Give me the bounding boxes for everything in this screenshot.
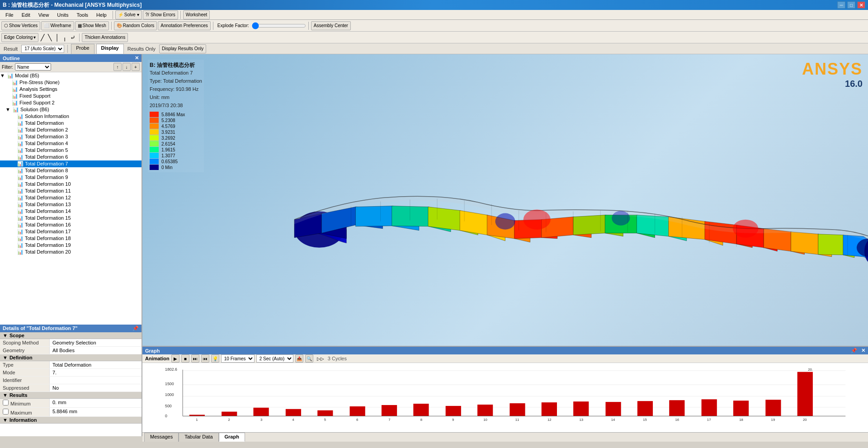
stop-button[interactable]: ■ xyxy=(181,354,189,363)
edge-coloring-button[interactable]: Edge Coloring ▾ xyxy=(1,33,38,42)
graph-title: Graph xyxy=(145,348,160,354)
tree-item-td20[interactable]: 📊Total Deformation 20 xyxy=(0,249,142,255)
tree-item-icon: 📊 xyxy=(17,141,24,146)
menu-view[interactable]: View xyxy=(35,11,53,19)
tree-item-fixed1[interactable]: 📊Fixed Support xyxy=(0,93,142,99)
display-results-only-button[interactable]: Display Results Only xyxy=(159,44,206,53)
show-errors-button[interactable]: ?/ Show Errors xyxy=(143,10,178,19)
tree-item-td16[interactable]: 📊Total Deformation 16 xyxy=(0,222,142,228)
svg-rect-80 xyxy=(573,401,589,416)
svg-text:20: 20 xyxy=(803,418,807,422)
window-controls[interactable]: ─ □ ✕ xyxy=(837,1,865,9)
separator xyxy=(180,11,181,19)
tree-item-label: Total Deformation 2 xyxy=(25,127,68,132)
menu-units[interactable]: Units xyxy=(53,11,72,19)
tree-item-td14[interactable]: 📊Total Deformation 14 xyxy=(0,208,142,215)
tree-item-td9[interactable]: 📊Total Deformation 9 xyxy=(0,174,142,181)
frame-step-btn[interactable]: ⏭ xyxy=(191,354,199,363)
tree-item-label: Total Deformation 17 xyxy=(25,229,71,234)
tree-item-td1[interactable]: 📊Total Deformation xyxy=(0,120,142,127)
tree-area: ▼ 📊Modal (B5)📊Pre-Stress (None)📊Analysis… xyxy=(0,72,142,325)
maximize-button[interactable]: □ xyxy=(847,1,855,9)
annotation-prefs-button[interactable]: Annotation Preferences xyxy=(158,21,211,30)
show-mesh-button[interactable]: ▦ Show Mesh xyxy=(75,21,109,30)
svg-text:15: 15 xyxy=(643,418,647,422)
tree-item-td17[interactable]: 📊Total Deformation 17 xyxy=(0,228,142,235)
tree-item-td2[interactable]: 📊Total Deformation 2 xyxy=(0,127,142,133)
tree-item-td8[interactable]: 📊Total Deformation 8 xyxy=(0,167,142,174)
explode-slider[interactable] xyxy=(252,23,306,28)
tabular-data-tab[interactable]: Tabular Data xyxy=(179,433,218,442)
close-button[interactable]: ✕ xyxy=(857,1,865,9)
tree-item-td5[interactable]: 📊Total Deformation 5 xyxy=(0,147,142,154)
tree-item-label: Fixed Support xyxy=(19,93,50,99)
probe-tab[interactable]: Probe xyxy=(71,44,94,54)
wireframe-icon: ⬜ xyxy=(44,23,49,28)
outline-btn-2[interactable]: ↓ xyxy=(123,63,131,71)
main-layout: Outline ✕ Filter: Name ↑ ↓ + ▼ 📊Modal (B… xyxy=(0,54,868,436)
tree-item-td10[interactable]: 📊Total Deformation 10 xyxy=(0,181,142,188)
play-button[interactable]: ▶ xyxy=(171,354,179,363)
tree-item-fixed2[interactable]: 📊Fixed Support 2 xyxy=(0,99,142,106)
svg-text:16: 16 xyxy=(675,418,679,422)
tree-item-analysis[interactable]: 📊Analysis Settings xyxy=(0,86,142,93)
solve-button[interactable]: ⚡ Solve ▾ xyxy=(115,10,142,19)
tree-item-label: Total Deformation 3 xyxy=(25,134,68,139)
tree-item-td11[interactable]: 📊Total Deformation 11 xyxy=(0,188,142,194)
tree-item-td6[interactable]: 📊Total Deformation 6 xyxy=(0,154,142,160)
sec-select[interactable]: 2 Sec (Auto) xyxy=(256,354,293,363)
zoom-btn[interactable]: 🔍 xyxy=(305,354,313,363)
tree-item-td18[interactable]: 📊Total Deformation 18 xyxy=(0,235,142,242)
canvas-area[interactable]: B: 油管柱模态分析 Total Deformation 7 Type: Tot… xyxy=(142,54,868,346)
tree-item-td13[interactable]: 📊Total Deformation 13 xyxy=(0,201,142,208)
wireframe-button[interactable]: ⬜ Wireframe xyxy=(41,21,74,30)
detail-checkbox[interactable] xyxy=(3,400,9,406)
light-btn[interactable]: 💡 xyxy=(211,354,219,363)
tree-item-solution[interactable]: ▼ 📊Solution (B6) xyxy=(0,106,142,113)
assembly-center-button[interactable]: Assembly Center xyxy=(311,21,351,30)
tree-item-label: Total Deformation 13 xyxy=(25,202,71,207)
export-btn[interactable]: 📤 xyxy=(295,354,303,363)
tree-item-sol_info[interactable]: 📊Solution Information xyxy=(0,113,142,120)
random-colors-button[interactable]: 🎨 Random Colors xyxy=(114,21,157,30)
graph-tab[interactable]: Graph xyxy=(219,433,245,442)
detail-row: Scoping MethodGeometry Selection xyxy=(0,339,142,347)
detail-checkbox[interactable] xyxy=(3,409,9,415)
tree-item-prestress[interactable]: 📊Pre-Stress (None) xyxy=(0,79,142,86)
thicken-annotations-button[interactable]: Thicken Annotations xyxy=(82,33,128,42)
worksheet-button[interactable]: Worksheet xyxy=(183,10,210,19)
result-select[interactable]: 17 (Auto Scale) xyxy=(21,45,64,53)
tree-item-td7[interactable]: 📊Total Deformation 7 xyxy=(0,160,142,167)
menu-edit[interactable]: Edit xyxy=(18,11,34,19)
tree-item-icon: 📊 xyxy=(17,188,24,193)
tree-item-label: Total Deformation 7 xyxy=(25,161,68,166)
svg-text:11: 11 xyxy=(515,418,519,422)
outline-btn-1[interactable]: ↑ xyxy=(113,63,122,71)
outline-btn-3[interactable]: + xyxy=(132,63,140,71)
menu-file[interactable]: File xyxy=(2,11,17,19)
minimize-button[interactable]: ─ xyxy=(837,1,845,9)
model-viewport[interactable] xyxy=(142,54,868,346)
graph-pin[interactable]: 📌 xyxy=(851,348,857,353)
filter-select[interactable]: Name xyxy=(15,63,51,71)
detail-val: Geometry Selection xyxy=(50,339,142,346)
frames-select[interactable]: 10 Frames xyxy=(221,354,255,363)
tree-item-td3[interactable]: 📊Total Deformation 3 xyxy=(0,133,142,140)
filter-label: Filter: xyxy=(2,65,13,70)
graph-header-controls: 📌 ✕ xyxy=(851,348,865,354)
graph-close[interactable]: ✕ xyxy=(861,348,865,353)
show-vertices-button[interactable]: ⬡ Show Vertices xyxy=(1,21,40,30)
frame-back-btn[interactable]: ⏮ xyxy=(201,354,209,363)
tree-item-modal[interactable]: ▼ 📊Modal (B5) xyxy=(0,72,142,79)
tree-item-icon: 📊 xyxy=(17,202,24,207)
tree-item-td4[interactable]: 📊Total Deformation 4 xyxy=(0,140,142,147)
tree-item-td15[interactable]: 📊Total Deformation 15 xyxy=(0,215,142,222)
tree-item-td12[interactable]: 📊Total Deformation 12 xyxy=(0,194,142,201)
menu-help[interactable]: Help xyxy=(93,11,110,19)
messages-tab[interactable]: Messages xyxy=(144,433,179,442)
detail-row: Minimum0. mm xyxy=(0,399,142,408)
display-tab[interactable]: Display xyxy=(96,44,124,54)
display-toolbar: ⬡ Show Vertices ⬜ Wireframe ▦ Show Mesh … xyxy=(0,20,868,32)
tree-item-td19[interactable]: 📊Total Deformation 19 xyxy=(0,242,142,249)
menu-tools[interactable]: Tools xyxy=(73,11,92,19)
